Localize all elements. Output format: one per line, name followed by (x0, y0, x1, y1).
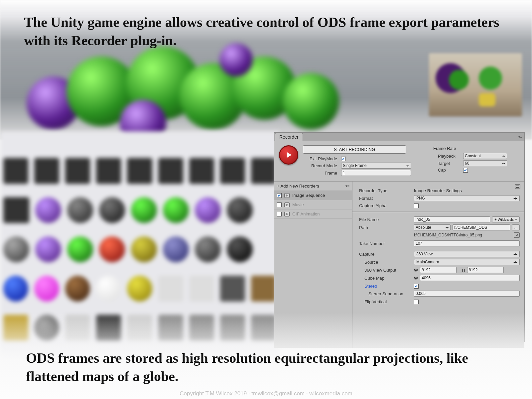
target-select[interactable]: 60◂▸ (463, 160, 507, 166)
flip-checkbox[interactable] (414, 300, 419, 304)
start-recording-button[interactable]: START RECORDING (303, 145, 406, 154)
frame-input[interactable]: 1 (341, 170, 411, 176)
path-input[interactable]: I:/CHEMSIM_ODS (453, 224, 510, 230)
recorder-panel: Recorder ▾≡ START RECORDING Exit PlayMod… (274, 132, 525, 342)
file-name-input[interactable]: intro_05 (414, 216, 490, 222)
recorder-item-gif[interactable]: GIF Animation (274, 209, 352, 219)
preset-icon[interactable] (515, 184, 520, 189)
cap-label: Cap (433, 168, 463, 173)
path-mode-select[interactable]: Absolute◂▸ (414, 224, 451, 230)
take-number-input[interactable]: 107 (414, 240, 520, 246)
recorder-item-checkbox[interactable] (277, 193, 282, 198)
stereo-checkbox[interactable] (414, 284, 419, 289)
format-label: Format (359, 196, 414, 201)
format-select[interactable]: PNG◂▸ (414, 195, 520, 201)
view-w-input[interactable]: 8192 (420, 267, 457, 273)
recorder-type-value: Image Recorder Settings (414, 188, 462, 193)
view-w-label: W (414, 268, 418, 273)
take-number-label: Take Number (359, 241, 414, 246)
record-mode-select[interactable]: Single Frame◂▸ (341, 163, 411, 169)
recorder-item-checkbox[interactable] (277, 212, 282, 216)
wildcards-button[interactable]: + Wildcards▼ (492, 216, 520, 222)
headline-top: The Unity game engine allows creative co… (24, 13, 512, 50)
exit-playmode-label: Exit PlayMode (303, 156, 341, 161)
exit-playmode-checkbox[interactable] (341, 157, 346, 161)
play-icon (284, 151, 293, 159)
stereo-sep-input[interactable]: 0.065 (414, 291, 520, 297)
framerate-title: Frame Rate (433, 146, 520, 151)
panel-menu-icon[interactable]: ▾≡ (518, 135, 522, 139)
add-recorder-button[interactable]: + Add New Recorders▾≡ (274, 182, 352, 191)
target-label: Target (433, 161, 463, 166)
playback-label: Playback (433, 154, 463, 159)
view-h-input[interactable]: 8192 (467, 267, 504, 273)
image-icon (284, 193, 290, 198)
cubemap-label: Cube Map (359, 276, 414, 281)
flip-label: Flip Vertical (359, 299, 414, 304)
recorder-type-label: Recorder Type (359, 188, 414, 193)
copyright-text: Copyright T.M.Wilcox 2019 · tmwilcox@gma… (0, 390, 532, 397)
file-name-label: File Name (359, 217, 414, 222)
source-label: Source (359, 260, 414, 265)
path-browse-button[interactable]: ... (512, 224, 520, 230)
view-h-label: H (462, 268, 465, 273)
recorder-item-label: Image Sequence (292, 193, 325, 198)
stereo-sep-label: Stereo Separation (359, 291, 414, 296)
capture-alpha-label: Capture Alpha (359, 203, 414, 208)
bg-mini-scene (429, 53, 522, 116)
cap-checkbox[interactable] (463, 168, 468, 173)
record-play-button[interactable] (279, 145, 298, 165)
recorder-item-movie[interactable]: Movie (274, 200, 352, 209)
divider (352, 211, 524, 212)
capture-label: Capture (359, 252, 414, 257)
frame-label: Frame (303, 171, 341, 176)
recorder-item-label: GIF Animation (292, 211, 320, 216)
recorder-item-label: Movie (292, 202, 304, 207)
tab-recorder[interactable]: Recorder (275, 133, 303, 141)
source-select[interactable]: MainCamera◂▸ (414, 259, 520, 265)
movie-icon (284, 202, 290, 207)
cubemap-w-label: W (414, 276, 418, 281)
view-output-label: 360 View Output (359, 268, 414, 273)
open-folder-icon[interactable]: ↗ (514, 232, 520, 238)
gif-icon (284, 212, 290, 216)
path-readonly: I:\CHEMSIM_ODS\NTTC\intro_05.png (414, 233, 512, 237)
headline-bottom: ODS frames are stored as high resolution… (26, 349, 512, 385)
capture-select[interactable]: 360 View◂▸ (414, 251, 520, 257)
recorder-item-checkbox[interactable] (277, 202, 282, 207)
bg-spheres (20, 43, 319, 143)
playback-select[interactable]: Constant◂▸ (463, 153, 507, 159)
record-mode-label: Record Mode (303, 163, 341, 168)
tab-bar: Recorder ▾≡ (274, 133, 524, 141)
stereo-label[interactable]: Stereo (359, 284, 414, 289)
cubemap-w-input[interactable]: 4096 (420, 275, 520, 281)
path-label: Path (359, 225, 414, 230)
capture-alpha-checkbox[interactable] (414, 203, 419, 208)
recorder-item-image-sequence[interactable]: Image Sequence (274, 191, 352, 200)
